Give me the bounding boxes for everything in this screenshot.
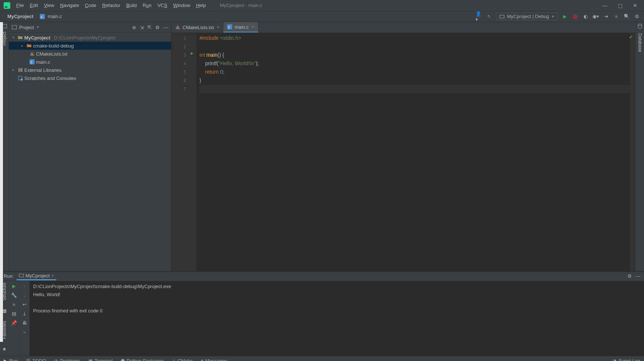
menu-build[interactable]: Build — [123, 0, 140, 11]
tab-main-c[interactable]: c main.c × — [223, 22, 258, 32]
token: } — [199, 77, 201, 83]
scroll-end-icon[interactable]: ⤓ — [22, 311, 26, 316]
hide-panel-icon[interactable]: — — [636, 273, 640, 279]
run-sub-controls: ↑ ↓ ↩ ⤓ 🖶 » — [19, 281, 29, 356]
tab-close-icon[interactable]: × — [252, 24, 254, 29]
coverage-icon[interactable]: ◐ — [582, 13, 589, 20]
stop-icon[interactable]: ■ — [13, 302, 15, 307]
menu-help[interactable]: Help — [193, 0, 209, 11]
more-icon[interactable]: » — [23, 329, 26, 335]
bottom-tab-python[interactable]: ⬢Python Packages — [121, 358, 164, 361]
menu-refactor[interactable]: Refactor — [99, 0, 123, 11]
token: main — [206, 52, 217, 58]
window-minimize-icon[interactable]: — — [602, 3, 608, 8]
print-icon[interactable]: 🖶 — [22, 320, 27, 326]
layout-icon[interactable]: ▤ — [12, 311, 16, 316]
breadcrumb-project[interactable]: MyCproject — [6, 14, 35, 19]
chevron-right-icon[interactable]: ▸ — [21, 44, 25, 48]
database-icon[interactable] — [637, 24, 643, 29]
code-editor[interactable]: 1 2 3 4 5 6 7 ▶ #include <stdio.h> int m… — [171, 33, 635, 271]
bottom-tab-messages[interactable]: ≡Messages — [201, 358, 227, 361]
window-close-icon[interactable]: ✕ — [633, 3, 637, 8]
line-number: 4 — [171, 59, 186, 68]
bottom-tab-label: Problems — [60, 358, 80, 361]
attach-icon[interactable]: ➜ — [603, 13, 609, 20]
menu-edit[interactable]: Edit — [27, 0, 41, 11]
run-line-icon[interactable]: ▶ — [191, 51, 196, 55]
structure-tool-label[interactable]: Structure — [2, 283, 7, 301]
up-icon[interactable]: ↑ — [23, 283, 26, 289]
wrench-icon[interactable]: 🔧 — [11, 292, 17, 298]
menu-window[interactable]: Window — [170, 0, 193, 11]
debug-bug-icon[interactable]: 🐞 — [572, 13, 578, 20]
settings-gear-icon[interactable]: ⚙ — [634, 13, 640, 20]
tab-close-icon[interactable]: × — [217, 25, 219, 30]
run-tab-mycproject[interactable]: MyCproject × — [17, 272, 56, 280]
tree-root[interactable]: ▾ MyCproject D:\CLionProjects\MyCproject — [9, 34, 171, 42]
hammer-build-icon[interactable]: ↖ — [486, 13, 492, 20]
project-panel-title[interactable]: Project — [19, 25, 34, 30]
tree-external-libs[interactable]: ▸ External Libraries — [9, 66, 171, 74]
tree-file-cmakelists[interactable]: CMakeLists.txt — [9, 50, 171, 58]
star-icon[interactable]: ★ — [2, 346, 7, 352]
stop-icon[interactable]: ■ — [613, 13, 620, 20]
bottom-tab-terminal[interactable]: ▣Terminal — [88, 358, 113, 361]
collapse-icon[interactable]: ⇱ — [148, 25, 152, 30]
bottom-tab-todo[interactable]: ☰TODO — [26, 358, 46, 361]
chevron-down-icon[interactable]: ▼ — [36, 25, 39, 29]
menu-vcs[interactable]: VCS — [155, 0, 170, 11]
cmake-icon — [175, 25, 180, 30]
bottom-tab-run[interactable]: ▶Run — [4, 358, 18, 361]
run-play-icon[interactable]: ▶ — [562, 13, 568, 20]
menu-code[interactable]: Code — [82, 0, 99, 11]
bottom-tab-cmake[interactable]: △CMake — [172, 358, 192, 361]
app-logo-icon — [4, 2, 10, 9]
menu-view[interactable]: View — [41, 0, 57, 11]
console-output[interactable]: D:\CLionProjects\MyCproject\cmake-build-… — [29, 281, 644, 356]
token: <stdio.h> — [219, 35, 241, 41]
down-icon[interactable]: ↓ — [23, 292, 26, 298]
token: ; — [223, 69, 224, 75]
expand-icon[interactable]: ⇲ — [140, 25, 144, 30]
locate-icon[interactable]: ⊕ — [132, 25, 136, 30]
tree-file-main-c[interactable]: c main.c — [9, 58, 171, 66]
event-log-icon[interactable]: ◔ — [612, 358, 616, 361]
run-config-selector[interactable]: MyCproject | Debug ▼ — [496, 13, 558, 20]
project-tool-label[interactable]: Project — [2, 30, 7, 47]
menu-navigate[interactable]: Navigate — [57, 0, 82, 11]
pin-icon[interactable]: 📌 — [11, 320, 17, 326]
project-tree[interactable]: ▾ MyCproject D:\CLionProjects\MyCproject… — [9, 33, 171, 271]
bottom-tab-eventlog[interactable]: Event Log — [619, 358, 640, 361]
scratch-icon — [18, 76, 23, 81]
tree-scratches[interactable]: Scratches and Consoles — [9, 74, 171, 82]
tab-close-icon[interactable]: × — [51, 273, 54, 278]
database-tool-label[interactable]: Database — [637, 32, 643, 53]
bottom-tab-problems[interactable]: ⊘Problems — [54, 358, 80, 361]
chevron-down-icon[interactable]: ▾ — [13, 36, 16, 39]
menu-run[interactable]: Run — [140, 0, 155, 11]
search-icon[interactable]: 🔍 — [623, 13, 630, 20]
svg-text:c: c — [31, 60, 32, 64]
line-number: 7 — [171, 85, 186, 93]
profiler-icon[interactable]: ◉▾ — [592, 13, 599, 20]
target-icon — [499, 14, 505, 19]
bottom-tab-label: Python Packages — [127, 358, 164, 361]
gear-icon[interactable]: ⚙ — [155, 25, 160, 30]
favorites-tool-label[interactable]: Favorites — [2, 321, 7, 339]
code-content[interactable]: #include <stdio.h> int main() { printf("… — [197, 33, 630, 271]
gear-icon[interactable]: ⚙ — [627, 273, 632, 279]
menu-file[interactable]: File — [13, 0, 27, 11]
rerun-icon[interactable]: ▶ — [12, 283, 16, 289]
inspection-ok-icon[interactable]: ✔ — [629, 34, 633, 40]
tree-folder-cmake-build[interactable]: ▸ cmake-build-debug — [9, 42, 171, 50]
token: int — [199, 52, 205, 58]
soft-wrap-icon[interactable]: ↩ — [22, 302, 26, 307]
tab-cmakelists[interactable]: CMakeLists.txt × — [171, 22, 223, 32]
chevron-right-icon[interactable]: ▸ — [13, 68, 16, 72]
window-maximize-icon[interactable]: ▢ — [618, 3, 623, 8]
hide-panel-icon[interactable]: — — [163, 25, 168, 30]
svg-rect-0 — [4, 2, 10, 9]
breadcrumb-file[interactable]: main.c — [46, 14, 63, 19]
add-user-icon[interactable]: 👤▾ — [475, 13, 482, 20]
tree-root-path: D:\CLionProjects\MyCproject — [54, 35, 116, 41]
